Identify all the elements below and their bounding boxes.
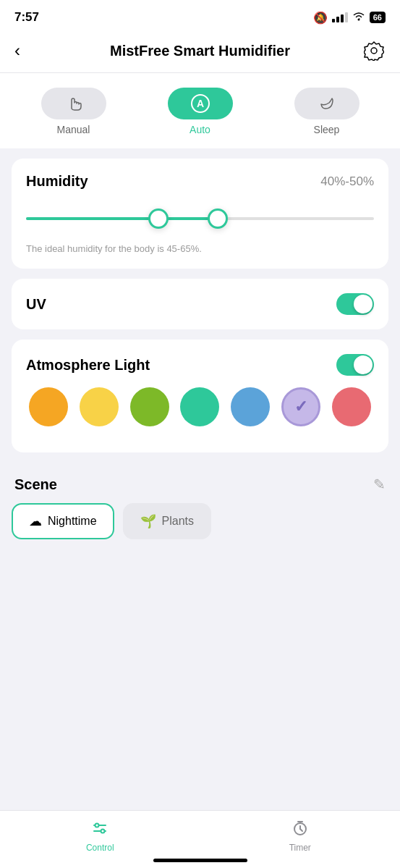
svg-point-8 [101,830,105,833]
plants-label: Plants [162,515,194,528]
status-time: 7:57 [14,10,39,25]
sleep-icon [294,88,359,119]
svg-point-0 [357,19,359,21]
nighttime-icon: ☁ [29,513,42,529]
control-label: Control [86,843,114,853]
slider-fill [26,217,218,220]
slider-handle-min[interactable] [148,208,169,229]
tab-sleep[interactable]: Sleep [268,88,386,135]
color-yellow[interactable] [80,387,119,426]
scene-header: Scene ✎ [0,463,400,503]
scene-tabs: ☁ Nighttime 🌱 Plants [0,503,400,551]
atmosphere-card: Atmosphere Light ✓ [12,340,388,452]
svg-point-2 [371,48,377,54]
tab-manual[interactable]: Manual [14,88,132,135]
uv-toggle[interactable] [336,293,374,315]
color-green[interactable] [130,387,169,426]
scene-tab-nighttime[interactable]: ☁ Nighttime [12,503,114,539]
auto-icon: A [168,88,233,119]
uv-card: UV [12,279,388,329]
atmosphere-row: Atmosphere Light [26,354,374,376]
signal-icon [332,12,348,22]
tab-auto[interactable]: A Auto [141,88,259,135]
humidity-title: Humidity [26,173,88,190]
battery-indicator: 66 [370,12,386,23]
auto-label: Auto [190,124,210,135]
humidity-range: 40%-50% [320,174,374,189]
humidity-slider[interactable] [26,204,374,233]
slider-handle-max[interactable] [208,208,228,229]
scene-section: Scene ✎ ☁ Nighttime 🌱 Plants [0,463,400,551]
timer-label: Timer [289,843,311,853]
color-blue[interactable] [231,387,270,426]
color-swatches: ✓ [26,376,374,438]
control-icon [91,819,108,840]
nav-timer[interactable]: Timer [200,817,401,853]
color-orange[interactable] [29,387,68,426]
sleep-label: Sleep [314,124,340,135]
settings-icon [364,41,384,61]
atmosphere-toggle-knob [354,355,373,374]
scene-tab-plants[interactable]: 🌱 Plants [123,503,211,539]
settings-button[interactable] [362,39,386,62]
mode-tabs: Manual A Auto Sleep [14,88,386,135]
bottom-nav: Control Timer [0,810,400,868]
svg-line-11 [300,829,302,831]
manual-icon [41,88,106,119]
uv-row: UV [26,293,374,315]
atmosphere-toggle[interactable] [336,354,374,376]
scene-edit-button[interactable]: ✎ [373,476,386,493]
nav-control[interactable]: Control [0,817,200,853]
page-title: MistFree Smart Humidifier [110,43,290,59]
svg-marker-1 [364,42,384,61]
back-button[interactable]: ‹ [14,41,38,61]
color-lavender[interactable]: ✓ [281,387,320,426]
color-teal[interactable] [180,387,219,426]
mode-section: Manual A Auto Sleep [0,73,400,148]
svg-point-6 [95,824,99,827]
nighttime-label: Nighttime [48,515,97,528]
wifi-icon [352,11,365,24]
home-indicator [153,859,247,862]
timer-icon [292,819,309,840]
manual-label: Manual [57,124,90,135]
scene-title: Scene [14,476,57,493]
header: ‹ MistFree Smart Humidifier [0,32,400,73]
humidity-header: Humidity 40%-50% [26,173,374,190]
selected-checkmark: ✓ [284,389,318,424]
uv-label: UV [26,296,46,313]
svg-text:A: A [196,98,203,109]
mute-icon: 🔕 [313,11,328,25]
slider-track [26,217,374,220]
page-content: Manual A Auto Sleep [0,73,400,616]
color-rose[interactable] [332,387,371,426]
plants-icon: 🌱 [140,513,156,529]
humidity-card: Humidity 40%-50% The ideal humidity for … [12,159,388,269]
status-bar: 7:57 🔕 66 [0,0,400,32]
atmosphere-label: Atmosphere Light [26,357,150,374]
humidity-note: The ideal humidity for the body is 45-65… [26,243,374,254]
uv-toggle-knob [354,295,373,313]
status-icons: 🔕 66 [313,11,386,25]
